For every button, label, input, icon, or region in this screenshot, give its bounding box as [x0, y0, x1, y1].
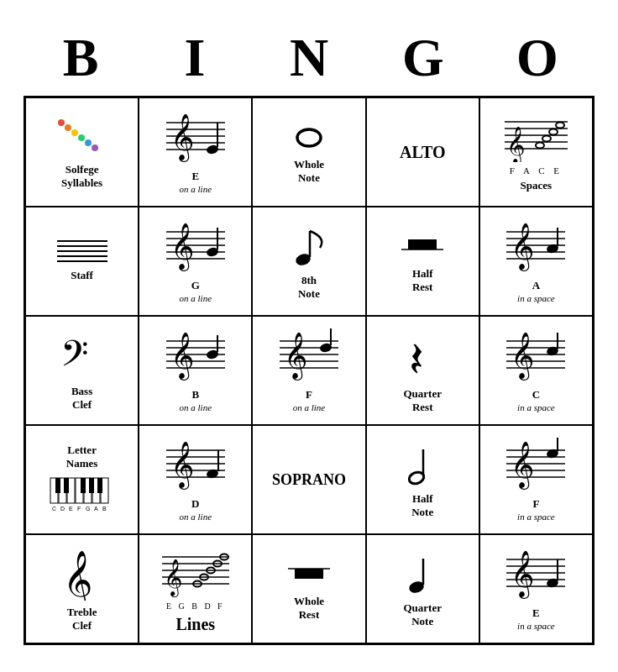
- svg-text:𝄞: 𝄞: [170, 223, 194, 271]
- svg-rect-78: [55, 478, 60, 493]
- quarter-note-label: QuarterNote: [403, 601, 441, 627]
- note-C-staff: 𝄞: [506, 328, 565, 383]
- bass-clef-label: BassClef: [71, 385, 92, 411]
- cell-treble-G-line: 𝄞 G on a line: [139, 207, 252, 316]
- eighth-note-icon: [288, 223, 330, 269]
- alto-text: ALTO: [400, 143, 445, 162]
- face-letters: F A C E: [510, 165, 563, 176]
- note-E2-staff: 𝄞: [506, 547, 565, 601]
- quarter-rest-icon: 𝄽: [406, 328, 439, 382]
- solfege-label: SolfegeSyllables: [61, 163, 102, 189]
- note-F-staff: 𝄞: [280, 328, 338, 383]
- svg-point-23: [549, 129, 558, 135]
- cell-treble-F-line: 𝄞 F on a line: [252, 316, 365, 425]
- cell-half-rest: HalfRest: [366, 207, 479, 316]
- whole-rest-label: WholeRest: [294, 595, 324, 621]
- cell-treble-B-line: 𝄞 B on a line: [139, 316, 252, 425]
- cell-treble-D-line: 𝄞 D on a line: [139, 425, 252, 534]
- svg-point-21: [536, 143, 544, 149]
- cell-whole-note: WholeNote: [252, 97, 365, 207]
- cell-soprano: SOPRANO: [252, 425, 365, 534]
- note-B-sublabel: on a line: [180, 402, 212, 412]
- svg-point-0: [58, 119, 65, 126]
- treble-clef-label: TrebleClef: [67, 606, 97, 632]
- cell-treble-F-space: 𝄞 F in a space: [479, 425, 593, 534]
- svg-point-14: [297, 129, 321, 146]
- cell-quarter-rest: 𝄽 QuarterRest: [366, 316, 479, 425]
- lines-staff-icon: 𝄞: [162, 544, 229, 599]
- cell-staff: Staff: [25, 207, 139, 316]
- note-E-sublabel: on a line: [180, 184, 212, 194]
- half-note-label: HalfNote: [411, 492, 433, 518]
- letter-names-title: LetterNames: [66, 444, 98, 470]
- svg-text:B: B: [102, 506, 107, 512]
- svg-text:𝄞: 𝄞: [63, 551, 92, 601]
- cell-treble-clef: 𝄞 TrebleClef: [25, 534, 139, 643]
- note-F-sublabel: on a line: [293, 402, 326, 412]
- svg-text:𝄞: 𝄞: [164, 559, 182, 598]
- svg-point-24: [556, 123, 564, 129]
- bingo-header: B I N G O: [24, 27, 594, 89]
- note-A-label: A: [532, 279, 540, 292]
- note-A-sublabel: in a space: [517, 293, 555, 303]
- cell-spaces: 𝄞 F A C E Spaces: [479, 97, 593, 207]
- note-C-sublabel: in a space: [517, 402, 555, 412]
- quarter-rest-label: QuarterRest: [403, 387, 441, 413]
- svg-rect-121: [295, 569, 323, 579]
- solfege-icon: [53, 114, 112, 160]
- cell-treble-E-line: 𝄞 E on a line: [139, 97, 252, 207]
- bingo-card: B I N G O SolfegeSyllables: [15, 18, 603, 654]
- cell-whole-rest: WholeRest: [252, 534, 365, 643]
- svg-point-3: [78, 134, 85, 141]
- quarter-note-icon: [401, 550, 443, 596]
- note-B-label: B: [191, 388, 199, 402]
- note-E2-label: E: [532, 606, 540, 620]
- note-F2-label: F: [532, 497, 539, 511]
- half-note-icon: [401, 441, 443, 487]
- note-D-staff: 𝄞: [166, 438, 225, 492]
- svg-text:𝄽: 𝄽: [411, 344, 422, 374]
- note-E-label: E: [191, 170, 199, 183]
- whole-note-label: WholeNote: [294, 158, 324, 184]
- staff-icon: [57, 240, 107, 262]
- svg-point-5: [92, 144, 98, 151]
- svg-text:F: F: [77, 506, 81, 512]
- cell-eighth-note: 8thNote: [252, 207, 365, 316]
- cell-alto: ALTO: [366, 97, 479, 207]
- header-I: I: [144, 27, 245, 89]
- header-G: G: [373, 27, 474, 89]
- cell-bass-clef: 𝄢 BassClef: [25, 316, 139, 425]
- header-N: N: [259, 27, 359, 89]
- svg-text:D: D: [60, 506, 65, 512]
- lines-label: Lines: [175, 614, 215, 634]
- note-G-staff: 𝄞: [166, 219, 225, 274]
- svg-text:𝄞: 𝄞: [170, 113, 194, 162]
- whole-rest-icon: [280, 556, 338, 590]
- svg-point-2: [71, 129, 78, 136]
- note-G-label: G: [191, 279, 200, 292]
- svg-rect-81: [89, 478, 94, 493]
- svg-text:𝄞: 𝄞: [511, 550, 534, 599]
- note-B-staff: 𝄞: [166, 328, 225, 383]
- cell-letter-names: LetterNames: [25, 425, 139, 534]
- half-rest-label: HalfRest: [412, 267, 433, 293]
- egbdf-letters: E G B D F: [166, 601, 225, 611]
- note-E-staff: 𝄞: [166, 110, 225, 165]
- whole-note-icon: [288, 119, 330, 153]
- cell-solfege-syllables: SolfegeSyllables: [25, 97, 139, 207]
- spaces-label: Spaces: [521, 179, 553, 192]
- cell-treble-A-space: 𝄞 A in a space: [479, 207, 593, 316]
- eighth-note-label: 8thNote: [298, 274, 320, 300]
- svg-text:𝄢: 𝄢: [60, 334, 88, 380]
- cell-quarter-note: QuarterNote: [366, 534, 479, 643]
- note-F2-staff: 𝄞: [506, 438, 565, 492]
- cell-treble-E-space: 𝄞 E in a space: [479, 534, 593, 643]
- svg-text:𝄞: 𝄞: [284, 332, 307, 381]
- svg-text:𝄞: 𝄞: [511, 223, 534, 271]
- note-D-label: D: [191, 497, 199, 511]
- note-F2-sublabel: in a space: [517, 512, 555, 522]
- svg-text:𝄞: 𝄞: [511, 441, 534, 490]
- svg-text:𝄞: 𝄞: [506, 126, 525, 162]
- svg-rect-79: [64, 478, 69, 493]
- svg-text:A: A: [94, 506, 98, 512]
